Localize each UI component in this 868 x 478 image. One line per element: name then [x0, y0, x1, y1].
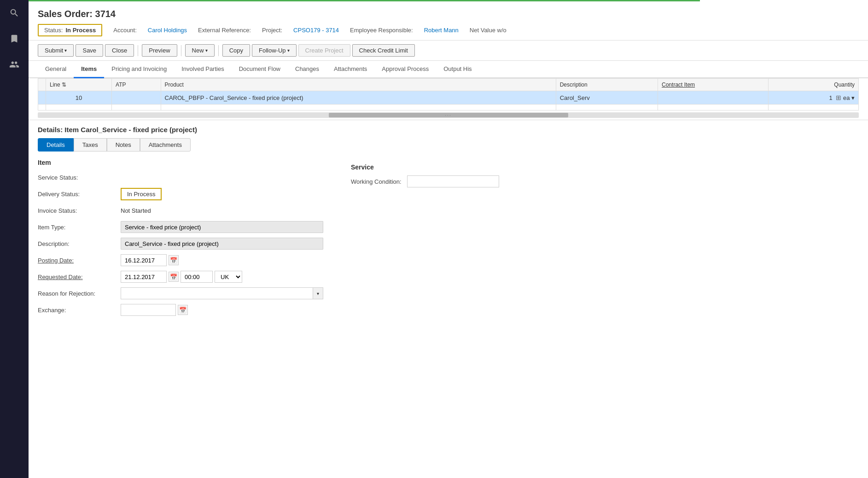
external-ref-label: External Reference: [198, 27, 251, 34]
followup-dropdown-arrow: ▾ [287, 48, 290, 53]
separator-3 [218, 45, 219, 56]
sidebar [0, 0, 29, 478]
qty-dropdown-arrow[interactable]: ▾ [851, 94, 855, 101]
col-contract-item: Contract Item [658, 79, 769, 91]
service-section: Service Working Condition: [351, 163, 859, 187]
region-select[interactable]: UK [215, 271, 242, 283]
sub-tab-details[interactable]: Details [38, 138, 74, 152]
tab-document[interactable]: Document Flow [232, 61, 288, 78]
save-button[interactable]: Save [76, 44, 103, 57]
employee-link[interactable]: Robert Mann [424, 27, 459, 34]
users-icon[interactable] [6, 56, 23, 73]
tab-approval[interactable]: Approval Process [374, 61, 436, 78]
details-title: Details: Item Carol_Service - fixed pric… [38, 126, 859, 134]
working-condition-row: Working Condition: [351, 175, 859, 187]
close-button[interactable]: Close [105, 44, 134, 57]
copy-button[interactable]: Copy [222, 44, 250, 57]
tab-pricing[interactable]: Pricing and Invoicing [104, 61, 174, 78]
invoice-status-label: Invoice Status: [38, 207, 121, 214]
col-indicator [38, 79, 46, 91]
items-table-container: Line ⇅ ATP Product Description Contract … [29, 78, 868, 111]
description-value [121, 238, 323, 250]
tab-items[interactable]: Items [74, 61, 104, 78]
exchange-field: 📅 [121, 304, 323, 316]
check-credit-button[interactable]: Check Credit Limit [352, 44, 415, 57]
col-quantity: Quantity [769, 79, 859, 91]
cell-line: 10 [46, 91, 112, 105]
separator-1 [138, 45, 138, 56]
status-label: Status: [44, 27, 63, 34]
service-status-label: Service Status: [38, 174, 121, 181]
posting-date-calendar-icon[interactable]: 📅 [169, 255, 179, 265]
tab-attachments[interactable]: Attachments [326, 61, 374, 78]
form-left: Item Service Status: Delivery Status: In… [38, 159, 323, 320]
invoice-status-value: Not Started [121, 207, 323, 214]
requested-date-input[interactable] [121, 271, 167, 283]
posting-date-input[interactable] [121, 254, 167, 266]
row-indicator [38, 91, 46, 105]
table-row[interactable]: 10 CAROL_PBFP - Carol_Service - fixed pr… [38, 91, 859, 105]
table-scrollbar[interactable]: ··· [38, 112, 859, 118]
tab-changes[interactable]: Changes [288, 61, 326, 78]
exchange-calendar-icon[interactable]: 📅 [178, 305, 188, 315]
rejection-reason-row: Reason for Rejection: ▾ [38, 287, 323, 300]
col-atp[interactable]: ATP [112, 79, 161, 91]
service-section-heading: Service [351, 163, 859, 171]
tab-output-his[interactable]: Output His [436, 61, 479, 78]
page-title: Sales Order: 3714 [38, 9, 859, 19]
item-type-input[interactable] [121, 221, 323, 233]
tab-involved[interactable]: Involved Parties [174, 61, 232, 78]
followup-button[interactable]: Follow-Up ▾ [252, 44, 297, 57]
bookmark-icon[interactable] [6, 30, 23, 47]
preview-button[interactable]: Preview [142, 44, 177, 57]
item-type-value [121, 221, 323, 233]
cell-product: CAROL_PBFP - Carol_Service - fixed price… [161, 91, 556, 105]
submit-button[interactable]: Submit ▾ [38, 44, 74, 57]
main-content: Sales Order: 3714 Status: In Process Acc… [29, 0, 868, 478]
details-section: Details: Item Carol_Service - fixed pric… [29, 120, 868, 326]
col-description: Description [556, 79, 658, 91]
rejection-reason-input[interactable] [121, 287, 313, 299]
requested-date-calendar-icon[interactable]: 📅 [169, 272, 179, 282]
posting-date-row: Posting Date: 📅 [38, 254, 323, 267]
details-form: Item Service Status: Delivery Status: In… [38, 159, 859, 320]
rejection-reason-dropdown-btn[interactable]: ▾ [313, 287, 323, 299]
col-product: Product [161, 79, 556, 91]
account-link[interactable]: Carol Holdings [148, 27, 187, 34]
requested-date-row: Requested Date: 📅 UK [38, 270, 323, 283]
exchange-input[interactable] [121, 304, 176, 316]
service-status-row: Service Status: [38, 171, 323, 184]
scroll-thumb: ··· [329, 113, 568, 117]
tab-general[interactable]: General [38, 61, 74, 78]
exchange-label: Exchange: [38, 307, 121, 314]
description-input[interactable] [121, 238, 323, 250]
rejection-reason-label: Reason for Rejection: [38, 290, 121, 297]
table-row-empty [38, 105, 859, 111]
account-label: Account: [113, 27, 137, 34]
grid-icon: ⊞ [836, 94, 841, 101]
delivery-status-label: Delivery Status: [38, 191, 121, 198]
posting-date-label: Posting Date: [38, 257, 121, 264]
working-condition-input[interactable] [407, 175, 499, 187]
exchange-row: Exchange: 📅 [38, 303, 323, 316]
col-line[interactable]: Line ⇅ [46, 79, 112, 91]
create-project-button[interactable]: Create Project [298, 44, 350, 57]
rejection-reason-field: ▾ [121, 287, 323, 299]
status-bar: Status: In Process Account: Carol Holdin… [38, 24, 859, 36]
submit-dropdown-arrow: ▾ [64, 48, 67, 53]
form-right: Service Working Condition: [351, 159, 859, 320]
sub-tab-taxes[interactable]: Taxes [74, 138, 107, 152]
sub-tab-attachments[interactable]: Attachments [140, 138, 191, 152]
time-input[interactable] [181, 271, 213, 283]
separator-2 [181, 45, 181, 56]
sub-tab-notes[interactable]: Notes [107, 138, 140, 152]
items-table: Line ⇅ ATP Product Description Contract … [38, 78, 859, 111]
search-icon[interactable] [6, 5, 23, 21]
project-link[interactable]: CPSO179 - 3714 [293, 27, 339, 34]
new-button[interactable]: New ▾ [185, 44, 215, 57]
status-value: In Process [65, 27, 96, 34]
employee-label: Employee Responsible: [350, 27, 413, 34]
requested-date-label: Requested Date: [38, 274, 121, 280]
status-box: Status: In Process [38, 24, 102, 36]
delivery-status-value: In Process [127, 191, 155, 198]
